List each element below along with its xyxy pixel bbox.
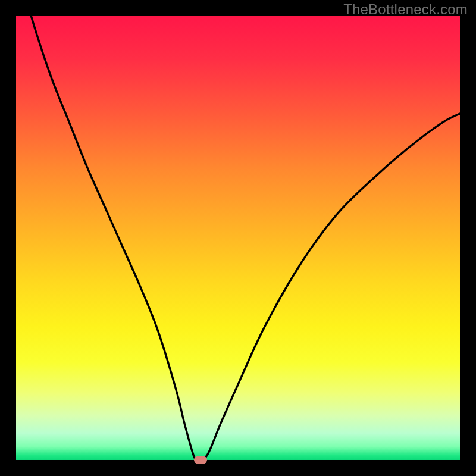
watermark-text: TheBottleneck.com <box>343 1 468 18</box>
chart-frame: TheBottleneck.com <box>0 0 476 476</box>
optimum-marker <box>194 456 207 464</box>
curve-svg <box>16 16 460 460</box>
plot-area <box>16 16 460 460</box>
bottleneck-curve <box>16 16 460 460</box>
